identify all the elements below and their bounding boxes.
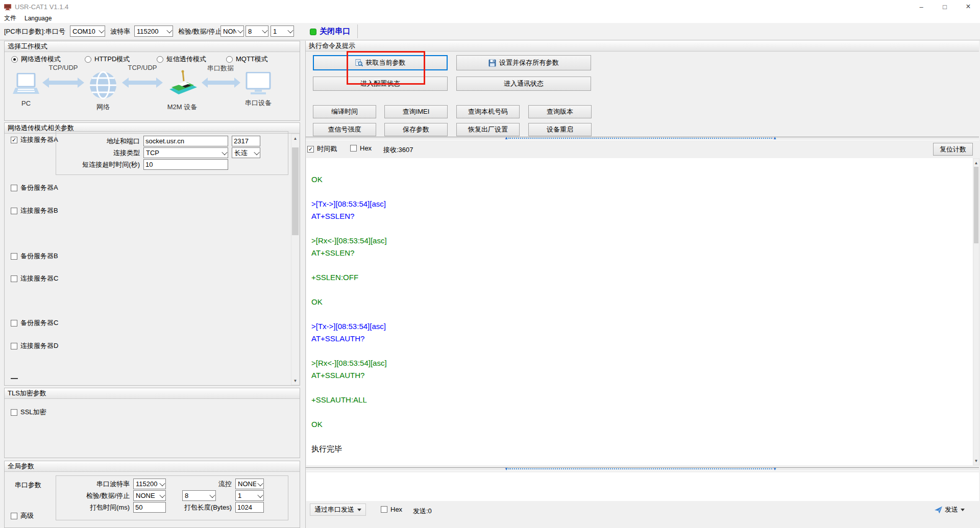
slider-left-handle-icon[interactable]: ▲ <box>504 136 508 141</box>
server-a-address-input[interactable] <box>143 136 228 146</box>
radio-label: 短信透传模式 <box>166 55 206 64</box>
timestamp-checkbox[interactable]: 时间戳 <box>307 144 337 154</box>
save-params-button[interactable]: 保存参数 <box>384 123 448 136</box>
link3-label: 串口数据 <box>201 64 240 73</box>
menu-file[interactable]: 文件 <box>0 14 20 22</box>
device-restart-button[interactable]: 设备重启 <box>528 123 592 136</box>
minimize-button[interactable]: – <box>910 0 933 13</box>
checkbox-label: Hex <box>390 506 402 513</box>
scroll-up-icon[interactable]: ▲ <box>973 159 979 167</box>
backup-server-c-checkbox[interactable]: 备份服务器C <box>11 318 58 328</box>
uart-parity-select[interactable]: NONE <box>133 490 166 501</box>
uart-databits-select[interactable]: 8 <box>182 490 216 501</box>
radio-httpd[interactable]: HTTPD模式 <box>85 55 130 64</box>
scrollbar-thumb[interactable] <box>292 147 299 235</box>
close-button[interactable]: × <box>957 0 980 13</box>
work-mode-groupbox: 选择工作模式 网络透传模式 HTTPD模式 短信透传模式 MQTT模式 TCP/… <box>4 41 300 121</box>
ssl-encrypt-checkbox[interactable]: SSL加密 <box>11 408 46 417</box>
compile-time-button[interactable]: 编译时间 <box>313 105 376 118</box>
slider-track[interactable] <box>508 468 772 469</box>
query-signal-button[interactable]: 查信号强度 <box>313 123 376 136</box>
uart-stopbits-select[interactable]: 1 <box>235 490 264 501</box>
query-version-button[interactable]: 查询版本 <box>528 105 592 118</box>
backup-server-b-checkbox[interactable]: 备份服务器B <box>11 252 58 261</box>
log-hex-checkbox[interactable]: Hex <box>350 144 372 152</box>
query-imei-button[interactable]: 查询IMEI <box>384 105 448 118</box>
close-port-button[interactable]: 关闭串口 <box>320 26 350 37</box>
log-line: >[Rx<-][08:53:54][asc] <box>311 235 973 247</box>
log-output[interactable]: OK >[Tx->][08:53:54][asc]AT+SSLEN? >[Rx<… <box>306 158 973 465</box>
send-input-area[interactable] <box>306 472 979 501</box>
global-params-title: 全局参数 <box>5 461 300 472</box>
uart-databits-value: 8 <box>185 492 208 499</box>
set-save-all-params-button[interactable]: 设置并保存所有参数 <box>456 55 591 70</box>
factory-reset-button[interactable]: 恢复出厂设置 <box>456 123 520 136</box>
arrow-icon <box>42 77 84 88</box>
monitor-icon <box>246 72 271 95</box>
pack-len-input[interactable] <box>235 502 264 513</box>
parity-select[interactable]: NONI <box>220 26 244 37</box>
send-via-serial-dropdown[interactable]: 通过串口发送 <box>310 504 366 516</box>
slider-left-handle-icon[interactable]: ▼ <box>504 467 508 472</box>
conn-type-label: 连接类型 <box>58 147 140 158</box>
backup-server-a-checkbox[interactable]: 备份服务器A <box>11 183 58 192</box>
short-conn-timeout-input[interactable] <box>143 159 228 170</box>
checkbox-label: 时间戳 <box>317 144 337 154</box>
slider-track[interactable] <box>508 138 772 139</box>
bottom-splitter-slider[interactable]: ▼ ▼ <box>306 467 979 471</box>
connect-server-b-checkbox[interactable]: 连接服务器B <box>11 206 58 215</box>
flow-select[interactable]: NONE <box>235 479 264 489</box>
stopbits-value: 1 <box>273 28 286 35</box>
log-line <box>311 308 973 320</box>
conn-type-select[interactable]: TCP <box>143 147 228 158</box>
scroll-up-icon[interactable]: ▲ <box>291 134 299 142</box>
server-a-port-input[interactable] <box>232 136 260 146</box>
chevron-down-icon <box>254 149 259 155</box>
log-line: AT+SSLEN? <box>311 210 973 222</box>
uart-baud-select[interactable]: 115200 <box>133 479 166 489</box>
databits-value: 8 <box>248 28 261 35</box>
stopbits-select[interactable]: 1 <box>271 26 294 37</box>
slider-right-handle-icon[interactable]: ▼ <box>773 467 777 472</box>
scroll-down-icon[interactable]: ▼ <box>291 376 299 385</box>
window-title: USR-CAT1 V1.1.4 <box>15 3 68 11</box>
maximize-button[interactable]: □ <box>933 0 957 13</box>
enter-comm-state-button[interactable]: 进入通讯状态 <box>456 77 591 91</box>
chevron-down-icon <box>159 492 165 497</box>
button-label: 发送 <box>945 505 958 514</box>
scroll-down-icon[interactable]: ▼ <box>973 457 979 465</box>
scrollbar-thumb[interactable] <box>974 167 978 243</box>
arrow-icon <box>202 77 240 88</box>
baud-label: 波特率 <box>110 26 130 37</box>
connect-server-c-checkbox[interactable]: 连接服务器C <box>11 274 58 283</box>
chevron-down-icon <box>222 149 227 155</box>
radio-net-passthrough[interactable]: 网络透传模式 <box>11 55 61 64</box>
advanced-checkbox[interactable]: 高级 <box>11 511 34 520</box>
net-params-groupbox: 网络透传模式相关参数 连接服务器A 地址和端口 连接类型 TCP 长连 短连接超… <box>4 122 300 386</box>
chevron-down-icon <box>257 492 263 497</box>
net-params-scrollbar[interactable]: ▲ ▼ <box>291 134 300 385</box>
com-port-select[interactable]: COM10 <box>70 26 105 37</box>
reset-counter-button[interactable]: 复位计数 <box>933 143 973 156</box>
keep-mode-select[interactable]: 长连 <box>232 147 260 158</box>
radio-mqtt[interactable]: MQTT模式 <box>226 55 268 64</box>
radio-label: 网络透传模式 <box>21 55 61 64</box>
flow-label: 流控 <box>173 479 232 489</box>
chevron-down-icon <box>262 28 267 33</box>
log-scrollbar[interactable]: ▲ ▼ <box>973 158 979 465</box>
diagram-node-serial-device: 串口设备 <box>240 72 276 108</box>
baud-select[interactable]: 115200 <box>134 26 173 37</box>
connect-server-a-checkbox[interactable]: 连接服务器A <box>11 135 58 144</box>
databits-select[interactable]: 8 <box>246 26 268 37</box>
radio-sms-passthrough[interactable]: 短信透传模式 <box>157 55 206 64</box>
send-hex-checkbox[interactable]: Hex <box>381 506 402 513</box>
checkbox-label: 连接服务器C <box>20 274 58 283</box>
menu-language[interactable]: Language <box>20 15 56 22</box>
pack-time-input[interactable] <box>133 502 166 513</box>
query-phone-number-button[interactable]: 查询本机号码 <box>456 105 520 118</box>
connect-server-d-checkbox[interactable]: 连接服务器D <box>11 341 58 350</box>
send-button[interactable]: 发送 <box>935 504 965 516</box>
parity-value: NONI <box>223 28 236 35</box>
slider-right-handle-icon[interactable]: ▲ <box>773 136 777 141</box>
top-splitter-slider[interactable]: ▲ ▲ <box>306 137 979 140</box>
